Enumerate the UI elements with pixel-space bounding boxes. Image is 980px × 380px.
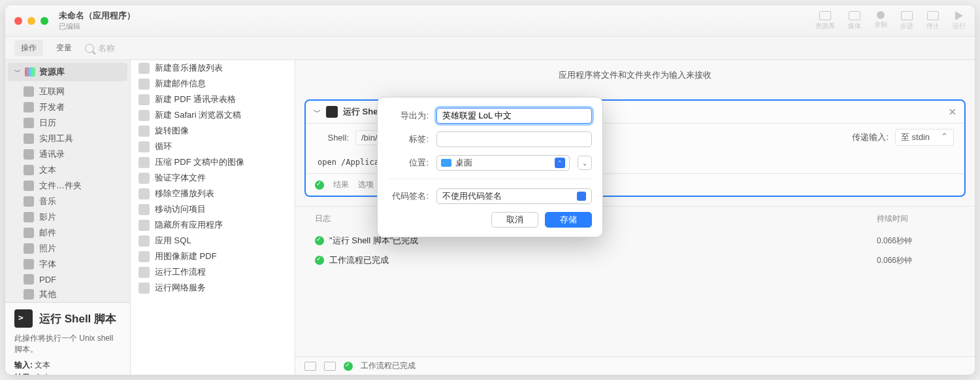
export-name-input[interactable] xyxy=(436,108,592,124)
action-icon xyxy=(139,220,150,231)
action-icon xyxy=(139,204,150,215)
action-item[interactable]: 用图像新建 PDF xyxy=(131,249,295,264)
canvas-header: 应用程序将文件和文件夹作为输入来接收 xyxy=(295,60,975,90)
action-item[interactable]: 运行网络服务 xyxy=(131,280,295,296)
cancel-button[interactable]: 取消 xyxy=(491,212,538,228)
action-item[interactable]: 新建 Safari 浏览器文稿 xyxy=(131,107,295,123)
category-icon xyxy=(24,118,34,128)
sidebar-item[interactable]: 邮件 xyxy=(5,225,130,241)
library-icon xyxy=(25,67,35,77)
category-icon xyxy=(24,243,34,254)
chevron-down-icon: ﹀ xyxy=(314,107,321,117)
location-select[interactable]: 桌面 ⌃ xyxy=(436,155,570,171)
action-item[interactable]: 移除空播放列表 xyxy=(131,186,295,201)
action-icon xyxy=(139,126,150,137)
traffic-lights xyxy=(14,17,48,25)
pass-input-select[interactable]: 至 stdin ⌃ xyxy=(895,129,954,146)
close-button[interactable] xyxy=(14,17,22,25)
window-subtitle: 已编辑 xyxy=(59,22,135,31)
category-icon xyxy=(24,274,34,285)
category-icon xyxy=(24,228,34,238)
action-item[interactable]: 新建 PDF 通讯录表格 xyxy=(131,92,295,107)
action-icon xyxy=(139,141,150,152)
action-item[interactable]: 新建邮件信息 xyxy=(131,76,295,92)
category-icon xyxy=(24,133,34,144)
titlebar: 未命名（应用程序） 已编辑 资源库 媒体 录制 步进 停止 运行 xyxy=(5,5,975,37)
check-icon xyxy=(315,181,324,190)
action-item[interactable]: 应用 SQL xyxy=(131,233,295,249)
check-icon xyxy=(315,256,324,265)
action-item[interactable]: 压缩 PDF 文稿中的图像 xyxy=(131,154,295,170)
statusbar-view2[interactable] xyxy=(324,362,336,371)
action-icon xyxy=(139,267,150,278)
tags-input[interactable] xyxy=(436,131,592,147)
expand-button[interactable]: ⌄ xyxy=(578,156,592,170)
action-item[interactable]: 运行工作流程 xyxy=(131,264,295,280)
toolbar-stop[interactable]: 停止 xyxy=(926,11,939,31)
category-icon xyxy=(24,259,34,269)
toolbar-step[interactable]: 步进 xyxy=(900,11,913,31)
sidebar-item[interactable]: 文本 xyxy=(5,162,130,178)
sidebar-item[interactable]: 照片 xyxy=(5,241,130,256)
sidebar-item[interactable]: 日历 xyxy=(5,115,130,131)
action-item[interactable]: 循环 xyxy=(131,139,295,154)
toolbar-media[interactable]: 媒体 xyxy=(848,11,861,31)
sidebar-item[interactable]: 开发者 xyxy=(5,99,130,115)
action-item[interactable]: 新建音乐播放列表 xyxy=(131,60,295,76)
tab-actions[interactable]: 操作 xyxy=(14,40,43,56)
search-input[interactable]: 名称 xyxy=(85,43,115,54)
sidebar-header[interactable]: ﹀ 资源库 xyxy=(8,63,127,81)
folder-icon xyxy=(441,159,451,167)
action-icon xyxy=(139,251,150,262)
close-icon[interactable]: ✕ xyxy=(949,107,956,117)
category-icon xyxy=(24,289,34,300)
subtoolbar: 操作 变量 名称 xyxy=(5,37,975,60)
info-description: 此操作将执行一个 Unix shell 脚本。 xyxy=(14,333,121,355)
sidebar-item[interactable]: 音乐 xyxy=(5,194,130,209)
sidebar-item[interactable]: 实用工具 xyxy=(5,131,130,147)
action-info-panel: 运行 Shell 脚本 此操作将执行一个 Unix shell 脚本。 输入: … xyxy=(5,302,130,375)
sidebar-item[interactable]: 字体 xyxy=(5,256,130,272)
action-icon xyxy=(139,235,150,247)
toolbar-run[interactable]: 运行 xyxy=(953,11,966,31)
statusbar-text: 工作流程已完成 xyxy=(361,360,416,371)
category-icon xyxy=(24,102,34,112)
sidebar-item[interactable]: 通讯录 xyxy=(5,147,130,162)
toolbar-record[interactable]: 录制 xyxy=(874,11,887,31)
category-icon xyxy=(24,212,34,222)
code-signing-select[interactable]: 不使用代码签名 xyxy=(436,188,592,204)
sidebar-item[interactable]: 互联网 xyxy=(5,84,130,99)
sidebar-item[interactable]: PDF xyxy=(5,272,130,286)
sidebar-item[interactable]: 文件…件夹 xyxy=(5,178,130,194)
action-item[interactable]: 移动访问项目 xyxy=(131,201,295,217)
statusbar: 工作流程已完成 xyxy=(295,356,975,375)
statusbar-view1[interactable] xyxy=(304,362,316,371)
action-item[interactable]: 隐藏所有应用程序 xyxy=(131,217,295,233)
action-icon xyxy=(139,157,150,168)
action-icon xyxy=(139,188,150,199)
terminal-icon xyxy=(326,106,338,118)
sidebar-item[interactable]: 影片 xyxy=(5,209,130,225)
log-row: 工作流程已完成0.066秒钟 xyxy=(295,250,975,270)
action-icon xyxy=(139,173,150,184)
footer-options[interactable]: 选项 xyxy=(358,179,374,190)
window-title: 未命名（应用程序） xyxy=(59,10,135,22)
category-icon xyxy=(24,181,34,191)
zoom-button[interactable] xyxy=(41,17,48,25)
category-icon xyxy=(24,165,34,175)
action-item[interactable]: 旋转图像 xyxy=(131,123,295,139)
action-item[interactable]: 验证字体文件 xyxy=(131,170,295,186)
minimize-button[interactable] xyxy=(27,17,35,25)
search-icon xyxy=(85,44,94,53)
info-title: 运行 Shell 脚本 xyxy=(39,311,116,326)
category-icon xyxy=(24,149,34,160)
footer-result[interactable]: 结果 xyxy=(333,179,349,190)
action-icon xyxy=(139,110,150,121)
save-button[interactable]: 存储 xyxy=(545,212,592,228)
sidebar-item[interactable]: 其他 xyxy=(5,286,130,302)
terminal-icon xyxy=(14,309,33,328)
toolbar-library[interactable]: 资源库 xyxy=(815,11,835,31)
chevron-down-icon: ﹀ xyxy=(14,67,21,77)
export-dialog: 导出为: 标签: 位置: 桌面 ⌃ ⌄ 代码签名: 不使用代码签名 取消 存储 xyxy=(377,97,603,237)
tab-variables[interactable]: 变量 xyxy=(50,40,78,56)
